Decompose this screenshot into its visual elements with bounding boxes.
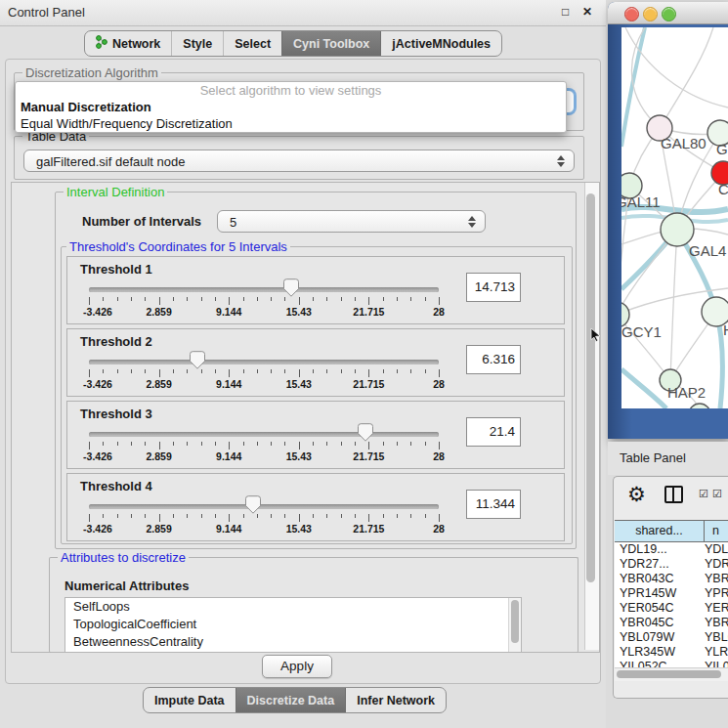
node-label-c: C [718, 181, 728, 197]
split-view-icon[interactable] [664, 486, 683, 503]
table-row[interactable]: YBL079WYBL0 [615, 630, 728, 645]
numerical-attributes-heading: Numerical Attributes [64, 578, 189, 593]
table-row[interactable]: YBR043CYBR0 [615, 572, 728, 586]
tab-style[interactable]: Style [171, 31, 223, 56]
slider-track[interactable] [89, 432, 439, 437]
slider-ticks [89, 514, 439, 522]
numerical-attributes-list[interactable]: SelfLoopsTopologicalCoefficientBetweenne… [64, 597, 522, 653]
threshold-value-field[interactable]: 21.4 [466, 417, 521, 447]
tab-network[interactable]: Network [85, 31, 171, 56]
float-window-icon[interactable]: □ [562, 5, 569, 19]
cell-name[interactable]: YBR0 [705, 616, 728, 630]
node-label-g: G [716, 141, 728, 157]
horizontal-scrollbar-thumb[interactable] [617, 670, 721, 678]
control-panel-titlebar: Control Panel □ ✕ [0, 0, 606, 26]
cell-shared-name[interactable]: YDL19... [615, 542, 705, 557]
threshold-value-field[interactable]: 6.316 [466, 345, 521, 374]
cell-name[interactable]: YBL0 [705, 630, 728, 645]
tab-select[interactable]: Select [223, 31, 281, 56]
tab-discretize-data[interactable]: Discretize Data [236, 688, 346, 712]
dropdown-option-equal-width-frequency-discretization[interactable]: Equal Width/Frequency Discretization [16, 115, 566, 132]
dropdown-placeholder: Select algorithm to view settings [16, 82, 566, 99]
table-body[interactable]: YDL19...YDL1YDR27...YDR2YBR043CYBR0YPR14… [615, 542, 728, 667]
cell-shared-name[interactable]: YLR345W [615, 645, 705, 660]
cell-shared-name[interactable]: YBL079W [615, 630, 705, 645]
slider-ticks [89, 297, 439, 305]
group-title: Interval Definition [64, 185, 167, 199]
checkbox-icon[interactable]: ☑ [712, 488, 722, 500]
dropdown-option-manual-discretization[interactable]: Manual Discretization [16, 99, 566, 115]
table-header-row: shared... n [615, 520, 728, 542]
slider-tick-labels: -3.4262.8599.14415.4321.71528 [89, 523, 439, 535]
node-label-gal11: GAL11 [621, 193, 661, 210]
tab-impute-data[interactable]: Impute Data [144, 688, 236, 712]
table-row[interactable]: YBR045CYBR0 [615, 616, 728, 630]
table-row[interactable]: YDL19...YDL1 [615, 542, 728, 557]
column-header-shared-name[interactable]: shared... [615, 521, 705, 541]
network-canvas[interactable]: GAL80GCGAL11GAL4GCY1HHAP2 [621, 27, 728, 408]
slider-thumb[interactable] [245, 495, 261, 514]
gear-icon[interactable]: ⚙ [627, 480, 646, 509]
table-row[interactable]: YPR145WYPR1 [615, 586, 728, 601]
table-data-combobox[interactable]: galFiltered.sif default node [23, 150, 575, 172]
cell-shared-name[interactable]: YIL052C [615, 660, 705, 667]
tab-label: Infer Network [357, 694, 435, 707]
cell-name[interactable]: YBR0 [705, 572, 728, 586]
cell-shared-name[interactable]: YPR145W [615, 586, 705, 601]
slider-track[interactable] [89, 360, 439, 364]
number-of-intervals-combobox[interactable]: 5 [217, 210, 486, 233]
table-row[interactable]: YLR345WYLR3 [615, 645, 728, 660]
combo-spinner-icon [557, 155, 565, 167]
network-icon [96, 35, 107, 52]
slider-thumb[interactable] [283, 278, 299, 297]
network-window-titlebar[interactable] [608, 2, 728, 24]
cell-name[interactable]: YIL0 [705, 660, 728, 667]
threshold-value-field[interactable]: 14.713 [466, 273, 521, 302]
slider-track[interactable] [89, 504, 439, 509]
slider-thumb[interactable] [358, 423, 373, 442]
group-title: Discretization Algorithm [22, 65, 161, 80]
attribute-item-selfloops[interactable]: SelfLoops [65, 598, 521, 616]
network-node[interactable] [689, 404, 710, 408]
cell-shared-name[interactable]: YBR043C [615, 572, 705, 586]
tab-jactivemnodules[interactable]: jActiveMNodules [380, 31, 501, 56]
slider-tick-labels: -3.4262.8599.14415.4321.71528 [89, 450, 439, 462]
cell-name[interactable]: YLR3 [705, 645, 728, 660]
cell-name[interactable]: YPR1 [705, 586, 728, 601]
threshold-panel-2: Threshold 2-3.4262.8599.14415.4321.71528… [66, 328, 565, 397]
mac-close-icon[interactable] [624, 7, 639, 21]
cell-shared-name[interactable]: YDR27... [615, 557, 705, 572]
node-label-h: H [723, 321, 728, 338]
checkbox-icon[interactable]: ☑ [699, 488, 708, 500]
cell-shared-name[interactable]: YBR045C [615, 616, 705, 630]
horizontal-scrollbar[interactable] [615, 667, 728, 681]
mac-minimize-icon[interactable] [643, 7, 658, 21]
table-row[interactable]: YDR27...YDR2 [615, 557, 728, 572]
tab-label: Network [112, 37, 160, 51]
mac-zoom-icon[interactable] [662, 7, 676, 21]
list-scrollbar[interactable] [508, 598, 521, 652]
attribute-item-betweennesscentrality[interactable]: BetweennessCentrality [65, 633, 521, 651]
threshold-value-field[interactable]: 11.344 [466, 490, 521, 519]
vertical-scrollbar-thumb[interactable] [586, 193, 595, 582]
cell-shared-name[interactable]: YER054C [615, 601, 705, 616]
threshold-panel-1: Threshold 1-3.4262.8599.14415.4321.71528… [66, 256, 565, 324]
tab-label: Select [235, 37, 271, 51]
network-node-gal4[interactable] [661, 213, 694, 246]
table-row[interactable]: YIL052CYIL0 [615, 660, 728, 667]
slider-track[interactable] [89, 287, 439, 292]
apply-button[interactable]: Apply [262, 655, 332, 678]
number-of-intervals-value: 5 [230, 215, 236, 230]
cell-name[interactable]: YDR2 [705, 557, 728, 572]
table-row[interactable]: YER054CYER0 [615, 601, 728, 616]
cell-name[interactable]: YER0 [705, 601, 728, 616]
tab-infer-network[interactable]: Infer Network [345, 688, 446, 712]
slider-thumb[interactable] [190, 351, 205, 369]
node-label-gal4: GAL4 [689, 242, 726, 259]
close-window-icon[interactable]: ✕ [582, 5, 592, 19]
cell-name[interactable]: YDL1 [705, 542, 728, 557]
list-scrollbar-thumb[interactable] [511, 600, 519, 643]
column-header-name[interactable]: n [705, 521, 728, 541]
attribute-item-topologicalcoefficient[interactable]: TopologicalCoefficient [65, 616, 521, 633]
tab-cyni-toolbox[interactable]: Cyni Toolbox [281, 31, 380, 56]
